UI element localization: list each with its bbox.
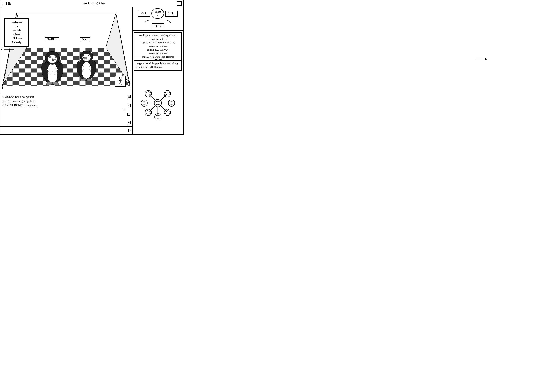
chat-scrollbar[interactable]: ▣ ▲ ▼ — [127, 95, 130, 125]
svg-point-75 — [164, 90, 171, 97]
window-title: Worlds (tm) Chat — [11, 2, 177, 5]
chat-prompt: > — [2, 129, 3, 132]
svg-line-74 — [148, 91, 149, 92]
svg-line-59 — [120, 82, 122, 85]
title-arrow-button[interactable]: ▽ — [177, 1, 181, 6]
chat-input-row: > T — [0, 126, 132, 134]
tip-text: To get a list of the people you are talk… — [136, 62, 180, 69]
scroll-corner[interactable]: ▣ — [127, 95, 130, 98]
tip-title: TIP·999 — [136, 58, 180, 61]
svg-line-86 — [171, 101, 172, 101]
label-13: 13 — [1, 48, 14, 51]
svg-point-45 — [88, 55, 89, 56]
svg-point-76 — [164, 92, 171, 95]
close-button-row: close — [134, 23, 182, 29]
chat-number: 15 — [122, 108, 125, 112]
svg-line-58 — [119, 82, 120, 85]
chat-input[interactable] — [4, 129, 127, 132]
tip-box: TIP·999 To get a list of the people you … — [134, 56, 182, 71]
svg-point-92 — [164, 111, 171, 114]
svg-line-62 — [158, 101, 158, 101]
svg-line-65 — [160, 94, 167, 101]
top-buttons-area: Quit Who ? Help close — [133, 7, 183, 31]
svg-point-88 — [145, 111, 152, 114]
svg-point-79 — [141, 100, 148, 106]
svg-point-26 — [55, 56, 56, 57]
close-button[interactable]: close — [152, 23, 164, 29]
svg-line-94 — [167, 110, 168, 111]
svg-marker-0 — [17, 13, 116, 48]
close-arch-area — [134, 20, 182, 23]
chat-log: <PAULA> hello everyone!! <KEN> how's it … — [0, 93, 132, 126]
minimize-button[interactable]: — — [2, 2, 7, 5]
svg-line-56 — [119, 80, 120, 81]
svg-line-68 — [149, 106, 155, 112]
chat-message-3: <COUNT BOND> Howdy all. — [2, 103, 122, 107]
svg-line-90 — [148, 110, 149, 111]
svg-point-91 — [164, 109, 171, 116]
ken-avatar — [76, 43, 97, 82]
svg-line-69 — [160, 106, 167, 112]
num-label-right: 18 — [100, 70, 103, 74]
ken-label: Ken — [80, 37, 90, 42]
svg-line-78 — [167, 91, 168, 92]
paula-avatar — [40, 43, 65, 86]
welcome-sign[interactable]: Welcome to Worlds Chat! Click Me for Hel… — [5, 18, 29, 47]
who-button[interactable]: Who ? — [151, 8, 164, 19]
svg-line-57 — [120, 80, 122, 81]
title-number: 10 — [8, 2, 11, 5]
scroll-down-button[interactable]: ▼ — [127, 121, 130, 125]
button-row-top: Quit Who ? Help — [134, 8, 182, 19]
quit-button[interactable]: Quit — [138, 11, 150, 17]
svg-line-64 — [149, 94, 155, 101]
info-text: Worlds, Inc. presents Worlds(tm) Chat —Y… — [136, 34, 180, 59]
welcome-text: Welcome to Worlds Chat! Click Me for Hel… — [12, 21, 22, 44]
svg-point-84 — [168, 102, 175, 104]
chat-area: <PAULA> hello everyone!! <KEN> how's it … — [0, 93, 132, 134]
chat-input-t: T — [128, 129, 131, 132]
scroll-thumb[interactable] — [127, 113, 130, 116]
robot-icon — [140, 87, 175, 119]
main-layout: Welcome to Worlds Chat! Click Me for Hel… — [0, 7, 183, 134]
svg-point-96 — [155, 116, 161, 118]
svg-point-54 — [119, 77, 121, 79]
chat-message-1: <PAULA> hello everyone!! — [2, 95, 122, 99]
svg-line-82 — [144, 101, 145, 101]
viewport[interactable]: Welcome to Worlds Chat! Click Me for Hel… — [0, 7, 132, 93]
num-label-left: 18 — [50, 70, 53, 74]
help-button[interactable]: Help — [165, 11, 178, 17]
svg-point-87 — [145, 109, 152, 116]
svg-point-24 — [50, 56, 51, 57]
svg-point-38 — [82, 62, 91, 79]
svg-point-43 — [83, 55, 84, 56]
svg-point-83 — [168, 100, 175, 106]
right-panel: Quit Who ? Help close Worlds, Inc. prese… — [133, 7, 183, 134]
scroll-up-button[interactable]: ▲ — [127, 104, 130, 107]
svg-point-72 — [145, 92, 152, 95]
title-bar: — 10 Worlds (tm) Chat ▽ — [0, 0, 183, 7]
chat-message-2: <KEN> how's it going? LOL — [2, 99, 122, 103]
walk-icon-box[interactable] — [115, 76, 126, 87]
paula-label: PAULA — [45, 37, 59, 42]
chat-log-messages: <PAULA> hello everyone!! <KEN> how's it … — [2, 95, 122, 125]
robot-avatar-area — [133, 72, 183, 134]
left-area: Welcome to Worlds Chat! Click Me for Hel… — [0, 7, 133, 134]
svg-point-80 — [141, 102, 148, 104]
svg-point-63 — [154, 101, 162, 105]
svg-point-71 — [145, 90, 152, 97]
